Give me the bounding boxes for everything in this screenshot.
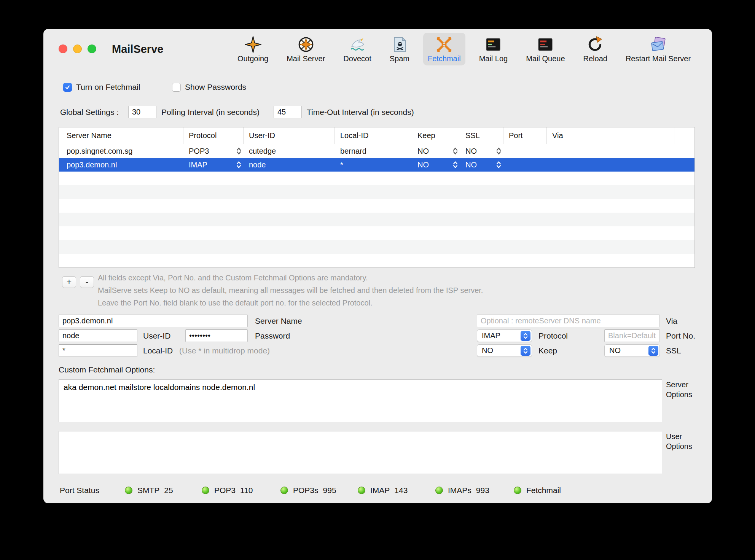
minimize-window-button[interactable] bbox=[73, 45, 82, 53]
reload-icon bbox=[586, 36, 604, 53]
port-status-pop3s: POP3s 995 bbox=[280, 485, 336, 496]
port-no-label: Port No. bbox=[666, 329, 695, 342]
toolbar-item-mail-log[interactable]: Mail Log bbox=[475, 33, 513, 65]
column-header-spacer bbox=[674, 127, 694, 144]
ssl-dropdown[interactable]: NO bbox=[604, 344, 660, 357]
toolbar-item-label: Fetchmail bbox=[428, 54, 461, 63]
local-id-hint: (Use * in multidrop mode) bbox=[179, 344, 270, 357]
traffic-lights bbox=[59, 45, 96, 53]
stepper-icon[interactable] bbox=[453, 147, 458, 155]
spam-skull-icon bbox=[391, 36, 408, 53]
user-options-textarea[interactable] bbox=[59, 431, 662, 474]
port-no-input[interactable] bbox=[604, 329, 660, 342]
column-header: Keep bbox=[412, 127, 460, 144]
local-id-input[interactable] bbox=[59, 344, 137, 357]
toolbar-item-label: Mail Log bbox=[479, 54, 508, 63]
close-window-button[interactable] bbox=[59, 45, 67, 53]
add-server-button[interactable]: + bbox=[62, 276, 76, 288]
port-status-fetchmail: Fetchmail bbox=[514, 485, 565, 496]
polling-interval-input[interactable] bbox=[128, 106, 156, 118]
checkbox-unchecked-icon bbox=[172, 83, 181, 92]
list-edit-buttons: + - bbox=[62, 276, 94, 288]
table-row-empty bbox=[59, 199, 694, 213]
keep-dropdown-value: NO bbox=[482, 346, 493, 355]
fetchmail-icon bbox=[435, 36, 453, 53]
server-name-input[interactable] bbox=[59, 315, 248, 327]
mail-queue-icon bbox=[537, 36, 554, 53]
user-id-label: User-ID bbox=[143, 329, 170, 342]
column-header: SSL bbox=[460, 127, 503, 144]
custom-options-title: Custom Fetchmail Options: bbox=[59, 365, 155, 374]
toolbar: Outgoing Mail Server Dovecot bbox=[233, 33, 695, 65]
timeout-interval-input[interactable] bbox=[274, 106, 302, 118]
help-line: All fields except Via, Port No. and the … bbox=[98, 272, 483, 284]
password-input[interactable] bbox=[185, 329, 248, 342]
keep-value: NO bbox=[417, 147, 429, 156]
toolbar-item-label: Mail Server bbox=[287, 54, 325, 63]
keep-value: NO bbox=[417, 161, 429, 169]
column-header: Server Name bbox=[59, 127, 183, 144]
column-header: Local-ID bbox=[335, 127, 412, 144]
column-header: Via bbox=[547, 127, 674, 144]
chevron-up-down-icon bbox=[648, 346, 658, 356]
toolbar-item-mail-queue[interactable]: Mail Queue bbox=[521, 33, 569, 65]
port-status-row: Port Status SMTP 25 POP3 110 POP3s 995 I… bbox=[43, 485, 712, 496]
toolbar-item-label: Outgoing bbox=[237, 54, 268, 63]
toolbar-item-spam[interactable]: Spam bbox=[385, 33, 414, 65]
ssl-value: NO bbox=[465, 147, 477, 156]
ssl-label: SSL bbox=[666, 344, 681, 357]
help-line: Leave the Port No. field blank to use th… bbox=[98, 297, 483, 309]
remove-server-button[interactable]: - bbox=[80, 276, 94, 288]
dove-icon bbox=[349, 36, 366, 53]
toolbar-item-label: Spam bbox=[390, 54, 409, 63]
toolbar-item-mail-server[interactable]: Mail Server bbox=[282, 33, 330, 65]
mailserve-window: MailServe Outgoing Mail Server bbox=[43, 29, 712, 503]
toolbar-item-restart-mail-server[interactable]: Restart Mail Server bbox=[621, 33, 695, 65]
password-label: Password bbox=[255, 329, 290, 342]
toolbar-item-reload[interactable]: Reload bbox=[579, 33, 612, 65]
protocol-label: Protocol bbox=[538, 329, 568, 342]
stamps-icon bbox=[650, 36, 667, 53]
window-title: MailServe bbox=[112, 43, 163, 56]
user-id-input[interactable] bbox=[59, 329, 137, 342]
checkbox-label: Turn on Fetchmail bbox=[76, 83, 140, 92]
toolbar-item-label: Dovecot bbox=[343, 54, 371, 63]
cell-protocol: POP3 bbox=[183, 147, 244, 156]
table-row-empty bbox=[59, 185, 694, 199]
ssl-dropdown-value: NO bbox=[609, 346, 621, 355]
table-row[interactable]: pop.singnet.com.sg POP3 cutedge bernard … bbox=[59, 144, 694, 158]
toolbar-item-dovecot[interactable]: Dovecot bbox=[339, 33, 376, 65]
via-input[interactable] bbox=[477, 315, 660, 327]
outgoing-icon bbox=[244, 36, 262, 53]
stepper-icon[interactable] bbox=[496, 147, 501, 155]
port-status-imap: IMAP 143 bbox=[358, 485, 408, 496]
protocol-dropdown[interactable]: IMAP bbox=[477, 329, 532, 342]
green-led-icon bbox=[125, 487, 132, 494]
turn-on-fetchmail-checkbox[interactable]: Turn on Fetchmail bbox=[63, 83, 140, 92]
global-settings-row: Global Settings : Polling Interval (in s… bbox=[43, 106, 712, 119]
toolbar-item-fetchmail[interactable]: Fetchmail bbox=[423, 33, 465, 65]
timeout-interval-label: Time-Out Interval (in seconds) bbox=[307, 106, 414, 119]
toolbar-item-outgoing[interactable]: Outgoing bbox=[233, 33, 273, 65]
table-row-selected[interactable]: pop3.demon.nl IMAP node * NO NO bbox=[59, 158, 694, 172]
keep-dropdown[interactable]: NO bbox=[477, 344, 532, 357]
chevron-up-down-icon bbox=[521, 331, 530, 341]
port-status-imaps: IMAPs 993 bbox=[435, 485, 489, 496]
zoom-window-button[interactable] bbox=[88, 45, 96, 53]
stepper-icon[interactable] bbox=[453, 161, 458, 169]
show-passwords-checkbox[interactable]: Show Passwords bbox=[172, 83, 246, 92]
port-status-pop3: POP3 110 bbox=[202, 485, 253, 496]
stepper-icon[interactable] bbox=[496, 161, 501, 169]
stepper-icon[interactable] bbox=[236, 161, 241, 169]
table-row-empty bbox=[59, 226, 694, 240]
server-options-textarea[interactable]: aka demon.net mailstore localdomains nod… bbox=[59, 379, 662, 422]
checkbox-checked-icon bbox=[63, 83, 72, 92]
toolbar-item-label: Reload bbox=[583, 54, 607, 63]
user-options-label: User Options bbox=[666, 431, 692, 451]
protocol-value: IMAP bbox=[189, 161, 207, 169]
green-led-icon bbox=[202, 487, 209, 494]
via-label: Via bbox=[666, 315, 677, 327]
stepper-icon[interactable] bbox=[236, 147, 241, 155]
local-id-label: Local-ID bbox=[143, 344, 173, 357]
protocol-dropdown-value: IMAP bbox=[482, 331, 500, 340]
